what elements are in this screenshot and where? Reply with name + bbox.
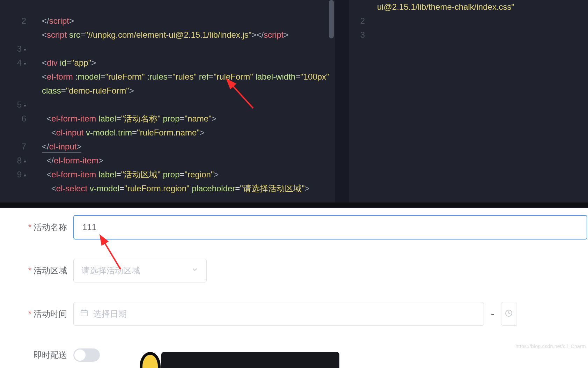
label-immediate-delivery: 即时配送 [0,349,73,361]
calendar-icon [80,309,88,319]
watermark: https://blog.csdn.net/cll_Charm [515,344,586,349]
svg-rect-2 [81,310,87,316]
label-activity-name: *活动名称 [0,222,73,233]
label-activity-region: *活动区域 [0,265,73,276]
notification-bubble[interactable] [161,352,339,368]
right-code-editor[interactable]: 2 3 ui@2.15.1/lib/theme-chalk/index.css" [349,0,588,203]
immediate-delivery-switch[interactable] [73,348,100,362]
form-preview: *活动名称 *活动区域 请选择活动区域 *活动时间 选择日期 - [0,208,588,368]
activity-region-select[interactable]: 请选择活动区域 [73,259,207,282]
date-picker[interactable]: 选择日期 [73,302,484,326]
time-picker[interactable] [501,302,516,326]
range-separator: - [491,308,494,319]
clock-icon [505,309,513,319]
line-gutter: 2 3▾ 4▾ 5▾ 6 7 8▾ 9▾ [0,0,33,182]
right-line-gutter: 2 3 [349,0,372,42]
chevron-down-icon [191,266,199,275]
right-code-content: ui@2.15.1/lib/theme-chalk/index.css" [377,0,514,14]
left-code-editor[interactable]: 2 3▾ 4▾ 5▾ 6 7 8▾ 9▾ </script><script sr… [0,0,335,203]
code-content[interactable]: </script><script src="//unpkg.com/elemen… [42,0,335,203]
label-activity-time: *活动时间 [0,308,73,319]
activity-name-input[interactable] [73,215,587,240]
